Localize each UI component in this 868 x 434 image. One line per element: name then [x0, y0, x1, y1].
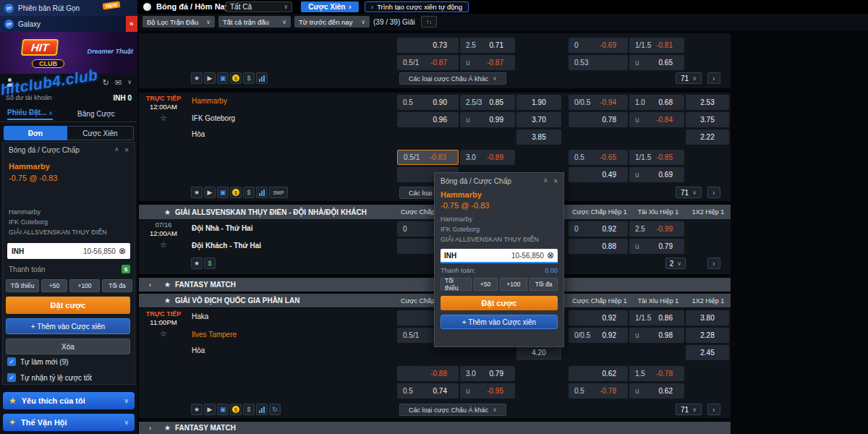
- olympics-bar[interactable]: ✦ Thế Vận Hội ∨: [3, 414, 135, 431]
- odds-cell[interactable]: u-0.84: [629, 112, 684, 127]
- odds-cell[interactable]: u0.98: [629, 328, 684, 343]
- dollar-icon[interactable]: $: [243, 187, 255, 198]
- all-filter-dropdown[interactable]: Tất Cả∨: [226, 1, 292, 12]
- league-star-icon[interactable]: ★: [164, 281, 171, 289]
- stats-screen-icon[interactable]: ▣: [217, 404, 229, 415]
- market-count-dropdown[interactable]: 71∨: [676, 404, 702, 415]
- odds-cell[interactable]: u0.79: [629, 239, 684, 254]
- all-matches-dropdown[interactable]: Tất cả trận đấu∨: [218, 16, 291, 27]
- chart-icon[interactable]: [256, 187, 268, 198]
- hitclub-logo[interactable]: HIT CLUB Dreamer Thuật: [0, 32, 137, 74]
- favorites-bar[interactable]: ★ Yêu thích của tôi ∨: [3, 392, 135, 409]
- auto-refresh-option[interactable]: ✓ Tự làm mới (9): [7, 357, 69, 366]
- min-stake-button[interactable]: Tối thiểu: [6, 279, 39, 292]
- close-icon[interactable]: ×: [553, 177, 558, 185]
- market-count-dropdown[interactable]: 71∨: [676, 72, 702, 84]
- expand-markets-icon[interactable]: ›: [707, 404, 720, 415]
- clear-stake-icon[interactable]: ⊗: [119, 247, 126, 255]
- odds-cell[interactable]: 0.5-0.65: [569, 150, 628, 165]
- odds-cell[interactable]: u0.69: [629, 167, 684, 182]
- odds-cell[interactable]: 3.85: [516, 129, 561, 145]
- odds-cell[interactable]: 3.0-0.89: [460, 150, 515, 165]
- fantasy-header[interactable]: › ★ FANTASY MATCH: [139, 422, 731, 434]
- plus-50-button[interactable]: +50: [41, 279, 67, 292]
- odds-cell[interactable]: 2.28: [686, 328, 729, 343]
- stake-input[interactable]: INH 10-56,850 ⊗: [441, 249, 558, 263]
- odds-cell[interactable]: 1/1.5-0.85: [629, 150, 684, 165]
- close-icon[interactable]: ×: [124, 146, 129, 154]
- odds-cell[interactable]: 2.22: [686, 129, 729, 145]
- chevron-down-icon[interactable]: ∨: [127, 80, 132, 85]
- odds-cell[interactable]: 0/0.5-0.94: [569, 95, 628, 110]
- dollar-icon[interactable]: $: [243, 404, 255, 415]
- odds-cell[interactable]: 0.78: [569, 112, 628, 127]
- tab-bet-board[interactable]: Bảng Cược: [77, 110, 115, 118]
- odds-cell[interactable]: 1/1.5-0.81: [629, 38, 684, 53]
- checkbox-checked-icon[interactable]: ✓: [7, 373, 16, 382]
- odds-cell[interactable]: 1.90: [516, 95, 561, 110]
- clear-stake-icon[interactable]: ⊗: [547, 251, 554, 260]
- favorite-star-icon[interactable]: ★: [191, 404, 203, 415]
- odds-cell[interactable]: 0.49: [569, 167, 628, 182]
- asian-markets-dropdown[interactable]: Các loại cược Châu Á khác∨: [399, 404, 506, 416]
- odds-cell[interactable]: 3.70: [516, 112, 561, 127]
- odds-cell[interactable]: 1/1.50.86: [629, 310, 684, 326]
- parlay-generator-button[interactable]: › Trình tạo cược xiên tự động: [365, 1, 469, 12]
- odds-cell[interactable]: 1.00.68: [629, 95, 684, 110]
- max-stake-button[interactable]: Tối đa: [102, 279, 132, 292]
- odds-cell[interactable]: 3.80: [686, 310, 729, 326]
- play-icon[interactable]: ▶: [204, 187, 216, 198]
- add-to-parlay-button[interactable]: + Thêm vào Cược xiên: [441, 315, 558, 329]
- odds-cell[interactable]: 0.5/1-0.87: [397, 55, 459, 70]
- odds-cell[interactable]: 0.73: [397, 38, 459, 53]
- favorite-star-icon[interactable]: ★: [191, 187, 203, 198]
- odds-cell[interactable]: 0.88: [569, 239, 628, 254]
- odds-cell[interactable]: 0.53: [569, 55, 628, 70]
- odds-cell[interactable]: 1.5-0.78: [629, 366, 684, 381]
- refresh-icon[interactable]: ↻: [103, 79, 109, 87]
- promo-banner-galaxy[interactable]: ⇄ Galaxy N: [0, 16, 137, 32]
- stats-screen-icon[interactable]: ▣: [217, 187, 229, 198]
- odds-cell[interactable]: 0.96: [397, 112, 459, 127]
- play-icon[interactable]: ▶: [204, 72, 216, 84]
- stake-input[interactable]: INH 10-56,850 ⊗: [7, 243, 130, 259]
- odds-cell[interactable]: 2.53: [686, 95, 729, 110]
- odds-cell[interactable]: 3.75: [686, 112, 729, 127]
- min-stake-button[interactable]: Tối thiểu: [441, 278, 472, 291]
- market-count-dropdown[interactable]: 2∨: [665, 258, 686, 269]
- dollar-icon[interactable]: $: [204, 258, 216, 269]
- place-bet-button[interactable]: Đặt cược: [441, 296, 558, 310]
- odds-cell[interactable]: u-0.95: [460, 383, 515, 399]
- promo-banner-compact-version[interactable]: ⇄ Phiên bản Rút Gọn NEW: [0, 0, 137, 16]
- stats-screen-icon[interactable]: ▣: [217, 72, 229, 84]
- odds-cell[interactable]: 2.5-0.99: [629, 221, 684, 237]
- plus-100-button[interactable]: +100: [500, 278, 528, 291]
- odds-cell[interactable]: u-0.87: [460, 55, 515, 70]
- smp-badge[interactable]: SMP: [269, 187, 288, 198]
- cashout-coin-icon[interactable]: $: [230, 404, 242, 415]
- plus-50-button[interactable]: +50: [474, 278, 498, 291]
- odds-cell[interactable]: u0.65: [629, 55, 684, 70]
- tab-bet-slip[interactable]: Phiếu Đặt... ∧: [7, 109, 53, 120]
- odds-cell[interactable]: -0.88: [397, 366, 459, 381]
- clear-slip-button[interactable]: Xóa: [6, 339, 130, 354]
- odds-cell[interactable]: 0.50.74: [397, 383, 459, 399]
- expand-markets-icon[interactable]: ›: [707, 187, 720, 198]
- league-star-icon[interactable]: ★: [164, 424, 171, 432]
- match-filter-dropdown[interactable]: Bộ Lọc Trận Đấu∨: [142, 16, 215, 27]
- collapse-arrow-icon[interactable]: ›: [149, 281, 151, 289]
- plus-100-button[interactable]: +100: [69, 279, 100, 292]
- dollar-icon[interactable]: $: [243, 72, 255, 84]
- refresh-icon[interactable]: ↻: [269, 404, 281, 415]
- odds-cell[interactable]: 0.50.90: [397, 95, 459, 110]
- league-star-icon[interactable]: ★: [164, 208, 171, 216]
- chart-icon[interactable]: [256, 72, 268, 84]
- odds-cell[interactable]: 3.00.79: [460, 366, 515, 381]
- play-icon[interactable]: ▶: [204, 404, 216, 415]
- accept-better-odds-option[interactable]: ✓ Tự nhận tỷ lệ cược tốt: [7, 373, 92, 382]
- odds-cell[interactable]: 4.20: [516, 345, 561, 360]
- segment-single[interactable]: Đơn: [4, 126, 67, 140]
- odds-cell[interactable]: u0.62: [629, 383, 684, 399]
- odds-cell[interactable]: 2.50.71: [460, 38, 515, 53]
- add-to-parlay-button[interactable]: + Thêm vào Cược xiên: [6, 318, 130, 334]
